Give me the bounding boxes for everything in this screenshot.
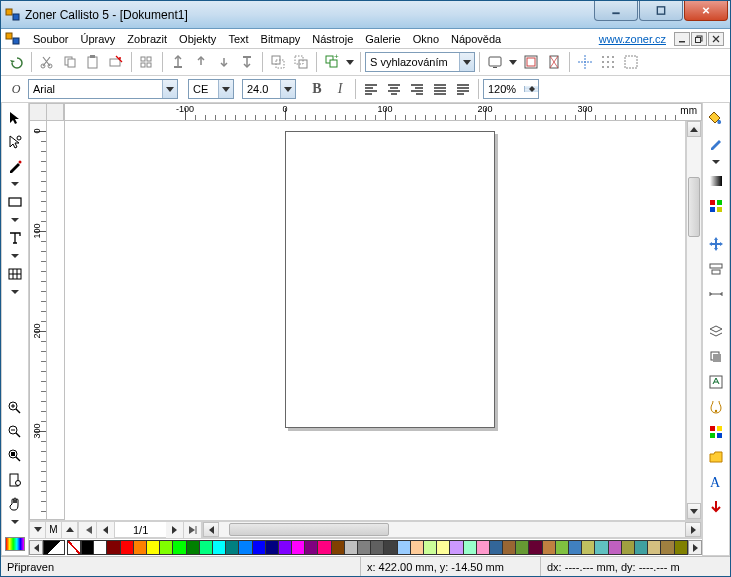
h-scroll-track[interactable] [219, 522, 685, 537]
rect-tool[interactable] [4, 191, 26, 213]
align-full-button[interactable] [452, 78, 474, 100]
text-dropdown[interactable] [4, 251, 26, 261]
color-swatch[interactable] [490, 540, 503, 555]
color-swatch[interactable] [305, 540, 318, 555]
smoothing-combo[interactable]: S vyhlazováním [365, 52, 475, 72]
mdi-restore[interactable] [691, 32, 707, 46]
page-prev[interactable] [97, 522, 115, 538]
pen-color-dropdown[interactable] [705, 157, 727, 167]
color-scroll-right[interactable] [688, 540, 702, 555]
align-grid-button[interactable] [136, 51, 158, 73]
duplicate-dropdown[interactable] [344, 51, 356, 73]
color-swatch[interactable] [622, 540, 635, 555]
zoom-fit-tool[interactable] [4, 445, 26, 467]
color-swatch[interactable] [582, 540, 595, 555]
table-dropdown[interactable] [4, 287, 26, 297]
color-swatch[interactable] [253, 540, 266, 555]
smoothing-arrow[interactable] [459, 53, 474, 71]
vendor-link[interactable]: www.zoner.cz [599, 33, 666, 45]
object-info-button[interactable] [705, 396, 727, 418]
display-mode-button[interactable] [484, 51, 506, 73]
color-swatch[interactable] [107, 540, 120, 555]
show-page-button[interactable] [543, 51, 565, 73]
color-swatch[interactable] [516, 540, 529, 555]
vertical-scrollbar[interactable] [686, 121, 702, 520]
color-swatch[interactable] [464, 540, 477, 555]
color-swatch[interactable] [147, 540, 160, 555]
h-scroll-thumb[interactable] [229, 523, 389, 536]
menu-zobrazit[interactable]: Zobrazit [121, 31, 173, 47]
fill-tool[interactable] [705, 107, 727, 129]
close-button[interactable] [684, 1, 728, 21]
layers-panel-button[interactable] [705, 321, 727, 343]
no-color-swatch[interactable] [67, 540, 81, 555]
color-swatch[interactable] [661, 540, 674, 555]
mdi-close[interactable] [708, 32, 724, 46]
document-page[interactable] [285, 131, 495, 428]
vertical-ruler-2[interactable] [47, 121, 65, 520]
size-arrow[interactable] [280, 80, 295, 98]
color-swatch[interactable] [556, 540, 569, 555]
color-swatch[interactable] [345, 540, 358, 555]
color-swatch[interactable] [239, 540, 252, 555]
order-backward-button[interactable] [213, 51, 235, 73]
color-swatch[interactable] [503, 540, 516, 555]
menu-bitmapy[interactable]: Bitmapy [255, 31, 307, 47]
color-swatch[interactable] [371, 540, 384, 555]
color-swatch[interactable] [81, 540, 94, 555]
scroll-left-button[interactable] [203, 522, 219, 537]
zoom-out-tool[interactable] [4, 421, 26, 443]
zoom-combo[interactable]: 120% [483, 79, 539, 99]
align-center-button[interactable] [383, 78, 405, 100]
lang-arrow[interactable] [218, 80, 233, 98]
color-swatch[interactable] [675, 540, 688, 555]
zoom-spinner[interactable] [524, 86, 538, 92]
color-swatch[interactable] [437, 540, 450, 555]
align-left-button[interactable] [360, 78, 382, 100]
color-swatch[interactable] [266, 540, 279, 555]
color-swatch[interactable] [173, 540, 186, 555]
break-button[interactable] [290, 51, 312, 73]
menu-galerie[interactable]: Galerie [359, 31, 406, 47]
combine-button[interactable] [267, 51, 289, 73]
color-swatch[interactable] [648, 540, 661, 555]
order-forward-button[interactable] [190, 51, 212, 73]
menu-nápověda[interactable]: Nápověda [445, 31, 507, 47]
page-add[interactable] [184, 522, 202, 538]
align-tool[interactable] [705, 258, 727, 280]
styles-panel-button[interactable] [705, 371, 727, 393]
size-combo[interactable]: 24.0 [242, 79, 296, 99]
scroll-up-button[interactable] [687, 121, 701, 137]
text-tool[interactable] [4, 227, 26, 249]
page-next[interactable] [166, 522, 184, 538]
color-swatch[interactable] [358, 540, 371, 555]
undo-button[interactable] [5, 51, 27, 73]
snap-grid-button[interactable] [597, 51, 619, 73]
v-scroll-track[interactable] [687, 137, 701, 503]
text-panel-button[interactable]: A [705, 471, 727, 493]
color-swatch[interactable] [121, 540, 134, 555]
pen-dropdown[interactable] [4, 179, 26, 189]
pen-tool[interactable] [4, 155, 26, 177]
bold-button[interactable]: B [306, 78, 328, 100]
zoom-down[interactable] [524, 89, 538, 92]
duplicate-button[interactable]: + [321, 51, 343, 73]
pan-tool[interactable] [4, 493, 26, 515]
color-swatch[interactable] [384, 540, 397, 555]
color-swatch[interactable] [609, 540, 622, 555]
order-front-button[interactable] [167, 51, 189, 73]
color-swatch[interactable] [398, 540, 411, 555]
color-swatch[interactable] [318, 540, 331, 555]
layer-down[interactable] [30, 522, 46, 538]
horizontal-ruler[interactable]: mm -1000100200300 [65, 103, 702, 121]
menu-objekty[interactable]: Objekty [173, 31, 222, 47]
gradient-tool[interactable] [705, 170, 727, 192]
color-swatch[interactable] [213, 540, 226, 555]
select-tool[interactable] [4, 107, 26, 129]
zoom-page-tool[interactable] [4, 469, 26, 491]
scroll-right-button[interactable] [685, 522, 701, 537]
menu-okno[interactable]: Okno [407, 31, 445, 47]
page-first[interactable] [79, 522, 97, 538]
zoom-in-tool[interactable] [4, 397, 26, 419]
display-dropdown[interactable] [507, 51, 519, 73]
